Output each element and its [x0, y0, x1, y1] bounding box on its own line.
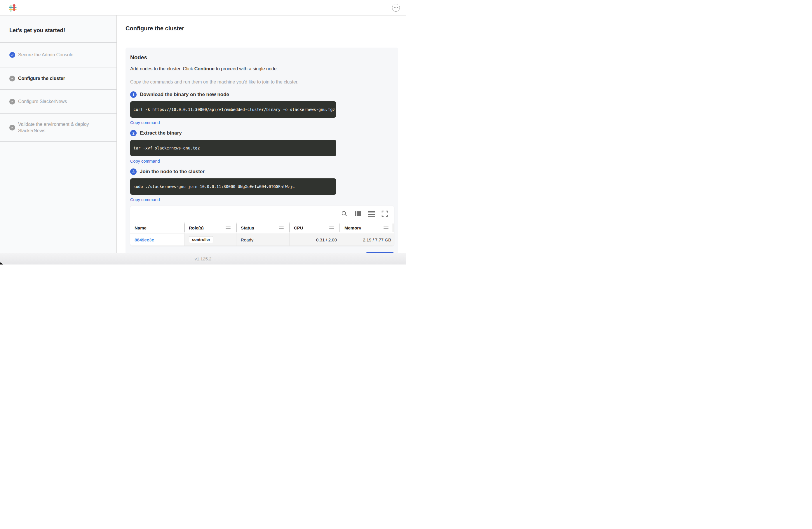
node-name-cell: 8849ec3c [130, 234, 184, 245]
view-columns-icon[interactable] [354, 210, 361, 217]
check-circle-icon [9, 52, 15, 58]
nodes-table-card: Name Role(s) Status [130, 205, 394, 246]
copy-command-link-3[interactable]: Copy command [130, 197, 160, 202]
page-title: Configure the cluster [126, 25, 398, 32]
check-circle-icon [9, 76, 15, 82]
ellipsis-icon [394, 7, 398, 8]
step-number-badge: 2 [130, 130, 136, 136]
more-options-button[interactable] [392, 4, 400, 12]
main-content: Configure the cluster Nodes Add nodes to… [117, 15, 406, 253]
version-label: v1.125.2 [195, 256, 212, 261]
table-toolbar [130, 205, 394, 222]
check-circle-icon [9, 99, 15, 104]
step-title: Extract the binary [140, 130, 182, 136]
download-binary-command[interactable]: curl -k https://10.0.0.11:30000/api/v1/e… [130, 101, 336, 118]
mouse-cursor-artifact [0, 262, 3, 264]
role-chip: controller [189, 236, 213, 243]
sidebar-item-label: Validate the environment & deploy Slacke… [18, 121, 106, 134]
nodes-card: Nodes Add nodes to the cluster. Click Co… [126, 47, 398, 264]
column-separator[interactable] [339, 223, 340, 232]
table-row: 8849ec3c controller Ready 0.31 / 2.00 2.… [130, 234, 394, 246]
step-3-header: 3 Join the node to the cluster [130, 169, 394, 175]
step-title: Join the node to the cluster [140, 169, 205, 175]
check-circle-icon [9, 125, 15, 130]
column-header-roles[interactable]: Role(s) [184, 222, 236, 233]
step-2-header: 2 Extract the binary [130, 130, 394, 136]
top-bar [0, 0, 406, 15]
column-menu-icon[interactable] [383, 227, 389, 229]
join-commands-hint: Copy the commands and run them on the ma… [130, 80, 394, 85]
column-separator[interactable] [289, 223, 290, 232]
column-header-memory[interactable]: Memory [340, 222, 394, 233]
column-separator[interactable] [236, 223, 237, 232]
step-1-header: 1 Download the binary on the new node [130, 91, 394, 98]
sidebar-item-validate-deploy[interactable]: Validate the environment & deploy Slacke… [0, 113, 116, 142]
density-icon[interactable] [368, 210, 375, 217]
copy-command-link-2[interactable]: Copy command [130, 159, 160, 163]
nodes-table: Name Role(s) Status [130, 222, 394, 246]
nodes-intro: Add nodes to the cluster. Click Continue… [130, 66, 394, 72]
column-header-status[interactable]: Status [236, 222, 289, 233]
sidebar-item-label: Configure SlackerNews [18, 98, 67, 105]
search-icon[interactable] [341, 210, 348, 217]
setup-steps-sidebar: Let's get you started! Secure the Admin … [0, 15, 117, 253]
node-memory-cell: 2.19 / 7.77 GB [340, 234, 394, 245]
node-status-cell: Ready [236, 234, 289, 245]
table-header-row: Name Role(s) Status [130, 222, 394, 234]
continue-keyword: Continue [194, 66, 215, 71]
node-roles-cell: controller [184, 234, 236, 245]
sidebar-item-label: Secure the Admin Console [18, 52, 73, 58]
column-menu-icon[interactable] [329, 227, 334, 229]
sidebar-title: Let's get you started! [0, 15, 116, 42]
node-cpu-cell: 0.31 / 2.00 [289, 234, 340, 245]
node-name-link[interactable]: 8849ec3c [134, 237, 154, 242]
column-menu-icon[interactable] [226, 227, 231, 229]
nodes-heading: Nodes [130, 54, 394, 61]
sidebar-item-secure-admin-console[interactable]: Secure the Admin Console [0, 42, 116, 67]
step-number-badge: 1 [130, 91, 136, 98]
sidebar-item-configure-slackernews[interactable]: Configure SlackerNews [0, 89, 116, 113]
copy-command-link-1[interactable]: Copy command [130, 120, 160, 125]
sidebar-item-label: Configure the cluster [18, 75, 65, 82]
title-divider [126, 38, 398, 38]
slackernews-logo-icon [9, 3, 17, 12]
column-header-cpu[interactable]: CPU [289, 222, 340, 233]
column-separator[interactable] [393, 223, 394, 232]
column-menu-icon[interactable] [279, 227, 284, 229]
step-number-badge: 3 [130, 169, 136, 175]
column-separator[interactable] [184, 223, 185, 232]
step-title: Download the binary on the new node [140, 92, 229, 98]
fullscreen-icon[interactable] [381, 210, 388, 217]
column-header-name[interactable]: Name [130, 222, 184, 233]
version-footer: v1.125.2 [0, 253, 406, 264]
join-node-command[interactable]: sudo ./slackernews-gnu join 10.0.0.11:30… [130, 178, 336, 195]
sidebar-item-configure-cluster[interactable]: Configure the cluster [0, 67, 116, 89]
extract-binary-command[interactable]: tar -xvf slackernews-gnu.tgz [130, 140, 336, 156]
